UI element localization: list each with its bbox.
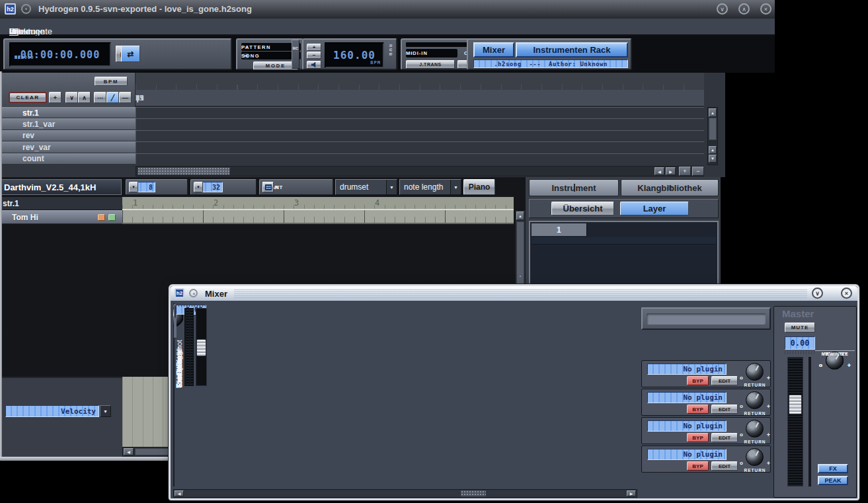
- window-menu-icon[interactable]: [21, 4, 31, 14]
- pattern-grid-row-tom-hi[interactable]: [122, 210, 514, 224]
- pattern-name-str-1-var[interactable]: str.1_var: [0, 118, 136, 130]
- pattern-name-str-1[interactable]: str.1: [0, 107, 136, 118]
- song-cell[interactable]: [136, 142, 136, 153]
- input-mode-dropdown[interactable]: drumset ▼: [335, 179, 397, 195]
- loop-button[interactable]: ⇄: [121, 46, 140, 62]
- fx-edit-button[interactable]: EDIT: [711, 461, 738, 471]
- fx-return-knob[interactable]: [746, 363, 764, 381]
- scrollbar-handle[interactable]: [461, 490, 486, 496]
- bpm-plus-button[interactable]: +: [307, 44, 321, 51]
- transport-group: 00:00:00.000 HRSMINSEC1/1000 ◀◀ ● ‖▶ ■ ▶…: [3, 38, 232, 70]
- scroll-left-button[interactable]: ◀: [175, 490, 184, 496]
- chevron-down-icon[interactable]: ▼: [450, 180, 461, 194]
- timeline-mark[interactable]: |: [136, 94, 139, 102]
- fx-toggle-button[interactable]: FX: [818, 464, 848, 473]
- pattern-name-rev-var[interactable]: rev_var: [0, 141, 136, 153]
- song-cell[interactable]: [136, 119, 136, 130]
- close-button[interactable]: ×: [841, 288, 852, 299]
- fx-edit-button[interactable]: EDIT: [711, 376, 738, 385]
- scrollbar-handle[interactable]: [516, 221, 524, 293]
- quantize-button[interactable]: [262, 182, 274, 192]
- song-timeline-ruler[interactable]: 1T|T5|9|13|17|21|25|29|33|T|41|T|49|53|: [136, 90, 704, 107]
- song-cell[interactable]: [136, 131, 136, 141]
- fx-bypass-button[interactable]: BYP: [687, 405, 709, 414]
- scroll-down-button[interactable]: ▼: [709, 155, 717, 163]
- property-dropdown-button[interactable]: ▼: [100, 405, 111, 417]
- main-titlebar[interactable]: h2 Hydrogen 0.9.5-svn-exported - love_is…: [0, 0, 775, 19]
- song-cell[interactable]: [136, 108, 136, 118]
- layer-header-1[interactable]: 1: [532, 223, 587, 236]
- zoom-out-button[interactable]: −: [692, 167, 704, 176]
- scrollbar-handle[interactable]: [138, 167, 230, 175]
- delete-mode-button[interactable]: —: [119, 92, 132, 103]
- fx-bypass-button[interactable]: BYP: [687, 461, 709, 471]
- scroll-left-button[interactable]: ◀: [124, 448, 134, 455]
- mixer-window: h2 Mixer ∨ × ▶MSLR0.00Kick▶MSLR0.00Stick…: [169, 284, 859, 500]
- song-horizontal-scrollbar[interactable]: ◀ ▶ + −: [136, 166, 704, 176]
- bpm-timeline-button[interactable]: BPM: [95, 77, 128, 86]
- master-mute-button[interactable]: MUTE: [785, 323, 815, 332]
- minimize-button[interactable]: ∨: [717, 3, 728, 15]
- strip-fader-track[interactable]: [196, 308, 207, 386]
- pattern-beat-ruler[interactable]: 1234: [122, 197, 514, 210]
- bpm-minus-button[interactable]: −: [307, 52, 321, 59]
- window-menu-icon[interactable]: [189, 289, 198, 297]
- chevron-down-icon[interactable]: ▼: [386, 180, 397, 194]
- draw-mode-button[interactable]: ╱: [106, 92, 119, 103]
- move-pattern-up-button[interactable]: ∧: [78, 92, 91, 103]
- scroll-up-button[interactable]: ▲: [709, 108, 717, 117]
- maximize-button[interactable]: ∧: [738, 3, 750, 15]
- resolution-dropdown-button[interactable]: ▼: [194, 182, 203, 192]
- timeline-tag-row[interactable]: [136, 73, 704, 90]
- scroll-right-button[interactable]: ▶: [666, 167, 676, 175]
- current-pattern-name: str.1: [0, 197, 122, 210]
- scroll-up-button[interactable]: ▲: [709, 146, 717, 154]
- mixer-horizontal-scrollbar[interactable]: ◀ ▶: [173, 489, 637, 498]
- pattern-name-count[interactable]: count: [0, 153, 136, 165]
- jack-transport-button[interactable]: J.TRANS: [406, 60, 455, 69]
- scrollbar-handle[interactable]: [709, 118, 717, 140]
- clear-sequence-button[interactable]: CLEAR: [9, 92, 47, 103]
- fx-return-knob[interactable]: [746, 448, 764, 466]
- layer-button[interactable]: Layer: [620, 202, 689, 215]
- minimize-button[interactable]: ∨: [812, 288, 823, 299]
- mixer-titlebar[interactable]: h2 Mixer ∨ ×: [171, 286, 857, 301]
- master-fader-track[interactable]: [787, 357, 803, 486]
- scroll-up-button[interactable]: ▲: [516, 212, 524, 220]
- move-pattern-down-button[interactable]: ∨: [65, 92, 78, 103]
- close-button[interactable]: ×: [760, 3, 771, 15]
- size-dropdown-button[interactable]: ▼: [129, 182, 138, 192]
- fx-return-knob[interactable]: [746, 391, 764, 409]
- mixer-toggle-button[interactable]: Mixer: [473, 42, 514, 58]
- fx-edit-button[interactable]: EDIT: [711, 405, 738, 414]
- tab-instrument[interactable]: Instrument: [529, 179, 619, 196]
- add-pattern-button[interactable]: +: [49, 92, 61, 103]
- song-cell[interactable]: [136, 154, 136, 165]
- fx-bypass-button[interactable]: BYP: [687, 433, 709, 442]
- return-label: RETURN: [740, 468, 770, 473]
- mute-led[interactable]: [98, 214, 105, 221]
- scroll-right-button[interactable]: ▶: [627, 490, 636, 496]
- instrument-row-tom-hi[interactable]: Tom Hi: [0, 210, 122, 224]
- beat-counter-strip[interactable]: BC: [292, 40, 299, 69]
- metronome-button[interactable]: [307, 61, 321, 69]
- zoom-in-button[interactable]: +: [679, 167, 691, 176]
- solo-led[interactable]: [108, 214, 116, 221]
- song-editor-header: BPM CLEAR + ∨ ∧ ⋯ ╱ —: [0, 73, 136, 107]
- select-mode-button[interactable]: ⋯: [94, 92, 106, 103]
- song-vertical-scrollbar[interactable]: ▲ ▲ ▼: [707, 107, 718, 165]
- fx-return-knob[interactable]: [746, 420, 764, 438]
- master-fader-knob[interactable]: [789, 395, 802, 414]
- pattern-name-rev[interactable]: rev: [0, 130, 136, 141]
- strip-fader-knob[interactable]: [196, 339, 206, 356]
- fx-edit-button[interactable]: EDIT: [711, 433, 738, 442]
- overview-button[interactable]: Übersicht: [551, 202, 614, 215]
- beat-number: 2: [214, 198, 218, 208]
- note-length-dropdown[interactable]: note length ▼: [399, 179, 461, 195]
- instrument-rack-toggle-button[interactable]: Instrumenten Rack: [516, 42, 628, 58]
- peak-toggle-button[interactable]: PEAK: [818, 476, 848, 485]
- piano-toggle-button[interactable]: Piano: [463, 179, 495, 195]
- tab-sound-library[interactable]: ≡ Klangbibliothek: [621, 179, 719, 196]
- scroll-left-button[interactable]: ◀: [654, 167, 664, 175]
- fx-bypass-button[interactable]: BYP: [687, 376, 709, 385]
